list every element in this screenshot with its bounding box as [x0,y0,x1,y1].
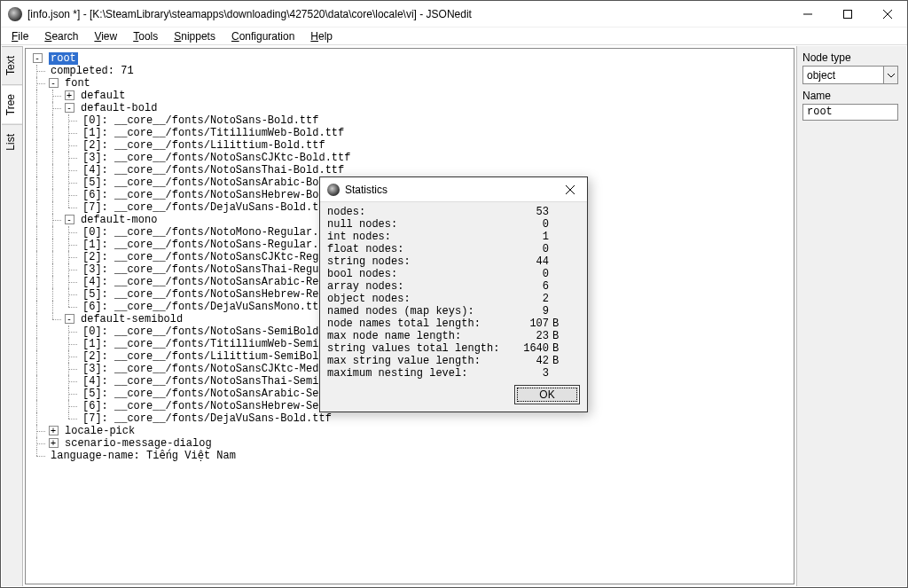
close-button[interactable] [867,1,907,27]
stat-row: bool nodes:0 [327,268,580,280]
close-icon [566,185,575,194]
tree-node-label: default-bold [81,102,157,114]
minimize-icon [803,10,812,19]
tree-node[interactable]: language-name: Tiếng Việt Nam [29,450,790,462]
menu-configuration[interactable]: Configuration [224,28,301,44]
menu-help[interactable]: Help [303,28,340,44]
dialog-title: Statistics [345,184,553,196]
tree-node-label: completed: 71 [51,65,134,77]
tree-node-label: [0]: __core__/fonts/NotoMono-Regular.ttf [82,226,338,239]
stat-unit [552,231,570,243]
stat-row: nodes:53 [327,206,580,218]
collapse-icon[interactable]: - [49,78,59,88]
tree-node[interactable]: completed: 71 [29,65,790,77]
stat-key: node names total length: [327,318,503,330]
expand-icon[interactable]: + [49,426,59,435]
collapse-icon[interactable]: - [65,314,74,324]
ok-button[interactable]: OK [514,385,580,404]
tree-node-label: [0]: __core__/fonts/NotoSans-Bold.ttf [82,114,318,127]
vtab-text[interactable]: Text [2,46,22,84]
collapse-icon[interactable]: - [65,103,74,113]
tree-node[interactable]: -font [29,77,790,90]
stat-value: 0 [503,218,552,231]
tree-node[interactable]: [7]: __core__/fonts/DejaVuSans-Bold.ttf [29,412,790,425]
stat-value: 42 [503,355,552,367]
tree-node-label: [3]: __core__/fonts/NotoSansCJKtc-Bold.t… [82,152,350,164]
tree-node[interactable]: [1]: __core__/fonts/TitilliumWeb-Bold.tt… [29,127,790,139]
stat-key: string nodes: [327,255,503,268]
stat-value: 1640 [503,342,552,355]
stat-key: float nodes: [327,243,503,255]
stat-key: max string value length: [327,355,503,367]
statistics-dialog: Statistics nodes:53null nodes:0int nodes… [319,176,588,412]
stat-row: node names total length:107B [327,318,580,330]
stat-key: array nodes: [327,280,503,293]
name-input[interactable]: root [802,104,898,121]
tree-node[interactable]: +locale-pick [29,425,790,437]
collapse-icon[interactable]: - [33,53,43,63]
stat-key: int nodes: [327,231,503,243]
stat-key: nodes: [327,206,503,218]
dialog-body: nodes:53null nodes:0int nodes:1float nod… [320,202,587,412]
stat-row: string nodes:44 [327,255,580,268]
close-icon [883,10,892,19]
tree-node-label: default-mono [81,214,157,226]
stat-value: 0 [503,268,552,280]
dialog-close-button[interactable] [553,177,587,202]
tree-node-label: root [49,52,78,65]
maximize-button[interactable] [827,1,867,27]
nodetype-select[interactable]: object [802,66,898,84]
tree-node-label: language-name: Tiếng Việt Nam [51,450,236,462]
tree-node-label: font [65,77,90,90]
expand-icon[interactable]: + [65,90,74,100]
tree-node-label: [1]: __core__/fonts/NotoSans-Regular.ttf [82,239,338,251]
stat-key: max node name length: [327,330,503,342]
stat-row: max node name length:23B [327,330,580,342]
stat-row: max string value length:42B [327,355,580,367]
stat-unit: B [552,342,570,355]
stat-row: int nodes:1 [327,231,580,243]
stat-value: 23 [503,330,552,342]
tree-node-label: [2]: __core__/fonts/Lilittium-SemiBold.t… [82,350,350,363]
minimize-button[interactable] [787,1,827,27]
tree-node[interactable]: [3]: __core__/fonts/NotoSansCJKtc-Bold.t… [29,152,790,164]
titlebar: [info.json *] - [K:\SteamLibrary\steamap… [1,1,907,27]
menu-search[interactable]: Search [37,28,85,44]
collapse-icon[interactable]: - [65,215,74,224]
stat-value: 3 [503,367,552,380]
menu-tools[interactable]: Tools [126,28,165,44]
dialog-titlebar[interactable]: Statistics [320,177,587,202]
tree-node[interactable]: +scenario-message-dialog [29,437,790,450]
tree-node[interactable]: [0]: __core__/fonts/NotoSans-Bold.ttf [29,114,790,127]
vtab-list[interactable]: List [2,124,22,160]
stat-key: maximum nesting level: [327,367,503,380]
menu-snippets[interactable]: Snippets [167,28,223,44]
svg-rect-1 [843,10,851,18]
stat-unit [552,243,570,255]
name-label: Name [802,90,901,102]
app-icon [8,7,22,21]
tree-node[interactable]: [4]: __core__/fonts/NotoSansThai-Bold.tt… [29,164,790,176]
tree-node[interactable]: [2]: __core__/fonts/Lilittium-Bold.ttf [29,139,790,152]
stat-value: 44 [503,255,552,268]
tree-node[interactable]: -root [29,52,790,65]
tree-node-label: locale-pick [65,425,135,437]
tree-node[interactable]: +default [29,90,790,102]
tree-node-label: [2]: __core__/fonts/Lilittium-Bold.ttf [82,139,325,152]
stat-value: 53 [503,206,552,218]
stat-unit [552,280,570,293]
stat-unit [552,367,570,380]
menu-file[interactable]: File [4,28,35,44]
vtab-tree[interactable]: Tree [2,84,22,124]
expand-icon[interactable]: + [49,438,59,448]
dialog-icon [327,184,340,196]
stat-row: array nodes:6 [327,280,580,293]
tree-node-label: default-semibold [81,313,183,325]
maximize-icon [843,10,852,19]
stat-row: maximum nesting level:3 [327,367,580,380]
menu-view[interactable]: View [87,28,124,44]
tree-node[interactable]: -default-bold [29,102,790,114]
tree-node-label: default [81,90,125,102]
tree-node-label: [4]: __core__/fonts/NotoSansThai-Bold.tt… [82,164,344,176]
tree-node-label: [6]: __core__/fonts/NotoSansHebrew-Bold.… [82,189,357,201]
